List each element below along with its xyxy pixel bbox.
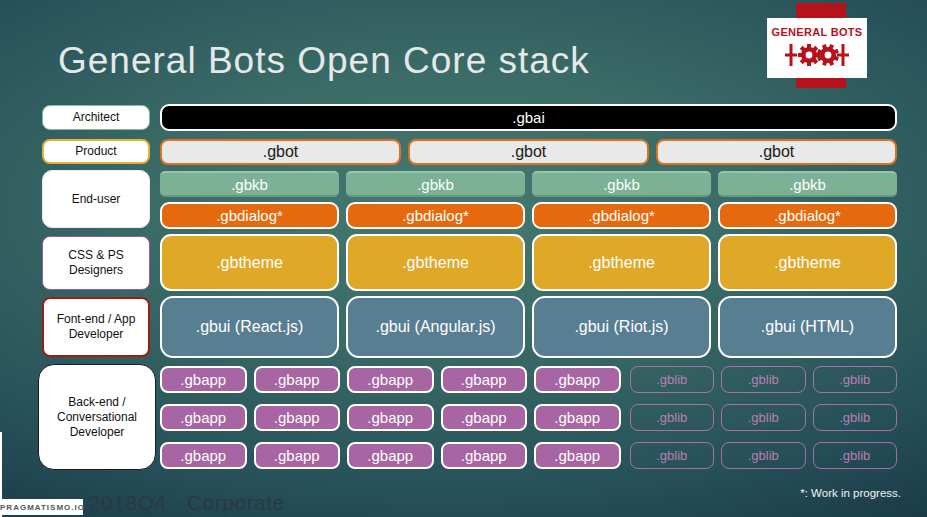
gbui-html-box: .gbui (HTML) (718, 296, 897, 358)
gbdialog-box: .gbdialog* (160, 202, 339, 229)
page-title: General Bots Open Core stack (58, 40, 590, 82)
row-gbui: .gbui (React.js) .gbui (Angular.js) .gbu… (160, 296, 897, 358)
row-gbkb: .gbkb .gbkb .gbkb .gbkb (160, 171, 897, 197)
gbdialog-box: .gbdialog* (532, 202, 711, 229)
gblib-box: .gblib (630, 366, 715, 393)
row-architect: .gbai (160, 104, 897, 131)
backend-row: .gbapp .gbapp .gbapp .gbapp .gbapp .gbli… (160, 442, 897, 469)
gblib-box: .gblib (813, 404, 898, 431)
label-frontend-app-developer: Font-end / App Developer (42, 297, 150, 357)
gbapp-box: .gbapp (534, 366, 621, 393)
gblib-box: .gblib (721, 404, 806, 431)
gblib-box: .gblib (813, 366, 898, 393)
gbapp-box: .gbapp (441, 404, 528, 431)
gbapp-box: .gbapp (160, 404, 247, 431)
gblib-box: .gblib (721, 442, 806, 469)
label-end-user: End-user (42, 170, 150, 228)
work-in-progress-note: *: Work in progress. (800, 487, 901, 499)
label-backend-conversational-developer: Back-end / Conversational Developer (38, 364, 156, 470)
gbapp-box: .gbapp (534, 442, 621, 469)
logo-brand-text: GENERAL BOTS (772, 26, 863, 38)
row-gbtheme: .gbtheme .gbtheme .gbtheme .gbtheme (160, 234, 897, 291)
slide: General Bots Open Core stack GENERAL BOT… (0, 0, 927, 517)
gbkb-box: .gbkb (160, 171, 339, 197)
row-product: .gbot .gbot .gbot (160, 139, 897, 165)
gbapp-box: .gbapp (254, 366, 341, 393)
pragmatismo-logo: PRAGMATISMO.IO (2, 499, 83, 515)
gbkb-box: .gbkb (532, 171, 711, 197)
gbui-react-box: .gbui (React.js) (160, 296, 339, 358)
label-css-ps-designers: CSS & PS Designers (42, 236, 150, 290)
gblib-box: .gblib (630, 442, 715, 469)
gbapp-box: .gbapp (254, 404, 341, 431)
gbapp-box: .gbapp (534, 404, 621, 431)
row-gbdialog: .gbdialog* .gbdialog* .gbdialog* .gbdial… (160, 202, 897, 229)
gbui-riot-box: .gbui (Riot.js) (532, 296, 711, 358)
gbdialog-box: .gbdialog* (346, 202, 525, 229)
gblib-box: .gblib (630, 404, 715, 431)
backend-row: .gbapp .gbapp .gbapp .gbapp .gbapp .gbli… (160, 404, 897, 431)
gbapp-box: .gbapp (441, 442, 528, 469)
gears-icon (782, 39, 852, 71)
gbot-box: .gbot (408, 139, 649, 165)
gbtheme-box: .gbtheme (160, 234, 339, 291)
label-product: Product (42, 139, 150, 164)
gbot-box: .gbot (656, 139, 897, 165)
footer-caption: 2018Q4 - Corporate (89, 491, 285, 515)
label-architect: Architect (42, 105, 150, 130)
gbkb-box: .gbkb (346, 171, 525, 197)
gbot-box: .gbot (160, 139, 401, 165)
gbapp-box: .gbapp (254, 442, 341, 469)
gblib-box: .gblib (721, 366, 806, 393)
gbtheme-box: .gbtheme (532, 234, 711, 291)
backend-row: .gbapp .gbapp .gbapp .gbapp .gbapp .gbli… (160, 366, 897, 393)
gblib-box: .gblib (813, 442, 898, 469)
gbapp-box: .gbapp (347, 366, 434, 393)
gbapp-box: .gbapp (160, 366, 247, 393)
general-bots-logo: GENERAL BOTS (767, 18, 867, 78)
gbkb-box: .gbkb (718, 171, 897, 197)
gbapp-box: .gbapp (441, 366, 528, 393)
pragmatismo-logo-text: PRAGMATISMO.IO (0, 503, 85, 512)
gbtheme-box: .gbtheme (346, 234, 525, 291)
gbapp-box: .gbapp (347, 442, 434, 469)
gbapp-box: .gbapp (160, 442, 247, 469)
gbapp-box: .gbapp (347, 404, 434, 431)
gbui-angular-box: .gbui (Angular.js) (346, 296, 525, 358)
gbdialog-box: .gbdialog* (718, 202, 897, 229)
gbai-box: .gbai (160, 104, 897, 131)
gbtheme-box: .gbtheme (718, 234, 897, 291)
